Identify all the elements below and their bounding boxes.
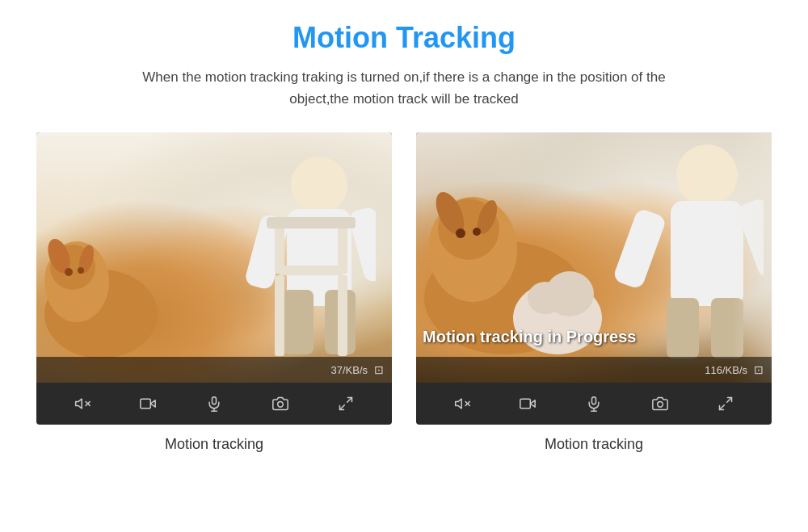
svg-point-26	[277, 402, 283, 408]
svg-line-53	[727, 398, 732, 403]
svg-rect-16	[275, 275, 284, 356]
fullscreen-button-right[interactable]	[711, 389, 740, 418]
svg-point-34	[456, 228, 465, 238]
svg-point-38	[528, 282, 563, 314]
camera-feed-left	[36, 132, 392, 383]
svg-rect-43	[612, 207, 667, 290]
camera-viewport-left: 37/KB/s ⊡	[36, 132, 392, 383]
camera-controls-left	[36, 383, 392, 425]
page-title: Motion Tracking	[292, 21, 516, 55]
page-subtitle: When the motion tracking traking is turn…	[121, 66, 687, 110]
svg-rect-14	[275, 225, 284, 274]
svg-rect-18	[267, 217, 356, 228]
svg-point-52	[657, 402, 663, 408]
camera-block-left: 37/KB/s ⊡ Motion tracking	[36, 132, 392, 453]
svg-line-28	[340, 405, 345, 410]
svg-point-6	[78, 267, 84, 274]
video-button-right[interactable]	[513, 389, 542, 418]
svg-rect-15	[338, 225, 347, 274]
svg-marker-47	[531, 400, 536, 407]
camera-overlay-text-right: Motion tracking in Progress	[423, 328, 636, 346]
cameras-container: 37/KB/s ⊡ Motion tracking	[32, 132, 776, 453]
svg-line-54	[720, 405, 725, 410]
svg-rect-17	[338, 275, 347, 356]
mic-button-right[interactable]	[579, 389, 608, 418]
camera-block-right: Motion tracking in Progress 116/KB/s ⊡	[416, 132, 772, 453]
svg-marker-21	[151, 400, 156, 407]
svg-rect-48	[520, 400, 531, 409]
camera-button-left[interactable]	[266, 389, 295, 418]
svg-rect-49	[591, 397, 595, 404]
camera-status-bar-left: 37/KB/s ⊡	[36, 357, 392, 383]
camera-label-left: Motion tracking	[165, 436, 263, 453]
svg-point-5	[65, 268, 73, 276]
svg-line-27	[347, 398, 352, 403]
video-button-left[interactable]	[133, 389, 162, 418]
mute-button-right[interactable]	[448, 389, 477, 418]
mic-button-left[interactable]	[200, 389, 229, 418]
camera-label-right: Motion tracking	[545, 436, 643, 453]
camera-button-right[interactable]	[646, 389, 675, 418]
mute-button-left[interactable]	[68, 389, 97, 418]
snapshot-icon-right[interactable]: ⊡	[754, 363, 764, 376]
fullscreen-button-left[interactable]	[331, 389, 360, 418]
svg-rect-13	[279, 266, 343, 275]
camera-viewport-right: Motion tracking in Progress 116/KB/s ⊡	[416, 132, 772, 383]
svg-point-39	[676, 145, 738, 206]
camera-controls-right	[416, 383, 772, 425]
svg-rect-41	[667, 298, 699, 358]
svg-rect-22	[141, 400, 151, 409]
svg-rect-23	[212, 397, 216, 404]
camera-speed-left: 37/KB/s	[330, 364, 368, 376]
svg-point-35	[473, 228, 481, 236]
camera-status-bar-right: 116/KB/s ⊡	[416, 357, 772, 383]
snapshot-icon-left[interactable]: ⊡	[374, 363, 384, 376]
camera-speed-right: 116/KB/s	[705, 364, 747, 376]
